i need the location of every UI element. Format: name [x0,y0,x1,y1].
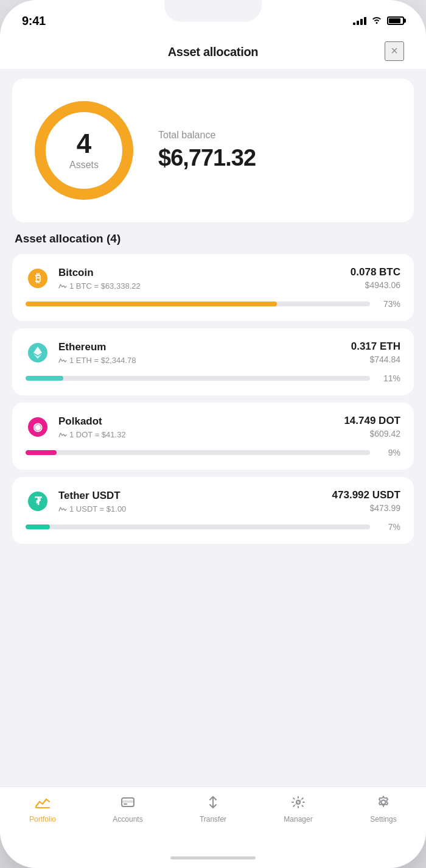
status-icons [353,15,404,26]
asset-value-ethereum: $744.84 [351,355,400,364]
asset-name-ethereum: Ethereum [58,340,136,354]
accounts-label: Accounts [113,815,142,824]
transfer-label: Transfer [200,815,226,824]
asset-name-polkadot: Polkadot [58,415,126,428]
asset-right-tether: 473.992 USDT $473.99 [332,489,400,513]
main-content: 4 Assets Total balance $6,771.32 Asset a… [0,69,426,868]
battery-fill [389,18,400,23]
asset-icon-bitcoin: ₿ [26,266,50,291]
asset-value-tether: $473.99 [332,503,400,513]
asset-name-group-tether: Tether USDT 1 USDT = $1.00 [58,489,126,513]
asset-rate-polkadot: 1 DOT = $41.32 [58,430,126,439]
asset-list-header: Asset allocation (4) [12,232,414,245]
signal-bars-icon [353,16,366,25]
asset-right-polkadot: 14.749 DOT $609.42 [344,415,400,439]
asset-right-ethereum: 0.317 ETH $744.84 [351,340,400,364]
asset-amount-tether: 473.992 USDT [332,489,400,501]
progress-bar-bg-polkadot [26,450,370,455]
asset-row-ethereum: Ethereum 1 ETH = $2,344.78 0.317 ETH $74… [26,340,400,365]
progress-bar-fill-tether [26,524,50,529]
asset-name-group-polkadot: Polkadot 1 DOT = $41.32 [58,415,126,439]
asset-card-bitcoin: ₿ Bitcoin 1 BTC = $63,338.22 0.078 BTC [12,254,414,321]
asset-value-polkadot: $609.42 [344,429,400,439]
asset-rate-ethereum: 1 ETH = $2,344.78 [58,356,136,365]
asset-rate-bitcoin: 1 BTC = $63,338.22 [58,281,141,291]
nav-item-settings[interactable]: Settings [341,796,426,824]
nav-item-manager[interactable]: Manager [256,796,341,824]
asset-right-bitcoin: 0.078 BTC $4943.06 [351,266,400,290]
svg-point-21 [382,800,386,805]
balance-amount: $6,771.32 [158,146,397,171]
asset-icon-ethereum [26,340,50,365]
page-title: Asset allocation [168,45,259,59]
asset-rate-text-ethereum: 1 ETH = $2,344.78 [69,356,136,365]
status-time: 9:41 [22,14,46,28]
asset-left-bitcoin: ₿ Bitcoin 1 BTC = $63,338.22 [26,266,141,291]
notch [164,0,262,22]
balance-info: Total balance $6,771.32 [158,130,397,171]
progress-pct-ethereum: 11% [379,373,400,383]
chart-section: 4 Assets Total balance $6,771.32 [12,79,414,222]
signal-bar-1 [353,23,355,25]
progress-bar-bg-ethereum [26,376,370,381]
signal-bar-3 [360,19,363,25]
manager-label: Manager [284,815,312,824]
progress-row-tether: 7% [26,522,400,532]
battery-icon [387,16,404,25]
asset-rate-text-polkadot: 1 DOT = $41.32 [69,430,126,439]
nav-item-transfer[interactable]: Transfer [170,796,256,824]
progress-pct-tether: 7% [379,522,400,532]
signal-bar-2 [357,21,359,25]
asset-icon-tether: ₮ [26,489,50,513]
asset-rate-text-bitcoin: 1 BTC = $63,338.22 [69,281,141,291]
nav-item-portfolio[interactable]: Portfolio [0,796,85,824]
wifi-icon [371,15,382,26]
manager-icon [291,796,306,811]
asset-card-tether: ₮ Tether USDT 1 USDT = $1.00 473.992 USD [12,477,414,544]
svg-text:◉: ◉ [33,421,43,433]
asset-left-polkadot: ◉ Polkadot 1 DOT = $41.32 [26,415,126,439]
asset-rate-text-tether: 1 USDT = $1.00 [69,504,126,513]
asset-list-section: Asset allocation (4) ₿ Bitcoin [0,232,426,561]
signal-bar-4 [364,17,366,25]
scroll-area: 4 Assets Total balance $6,771.32 Asset a… [0,69,426,786]
svg-text:₿: ₿ [35,272,41,284]
asset-rate-tether: 1 USDT = $1.00 [58,504,126,513]
wave-icon [58,432,67,438]
progress-bar-fill-ethereum [26,376,63,381]
bottom-nav: Portfolio Accounts [0,786,426,847]
progress-row-bitcoin: 73% [26,299,400,309]
wave-icon [58,358,67,364]
asset-amount-polkadot: 14.749 DOT [344,415,400,427]
asset-row-polkadot: ◉ Polkadot 1 DOT = $41.32 14.749 DOT [26,415,400,439]
asset-value-bitcoin: $4943.06 [351,280,400,290]
asset-name-bitcoin: Bitcoin [58,266,141,280]
portfolio-icon [35,796,51,811]
nav-item-accounts[interactable]: Accounts [85,796,170,824]
progress-bar-bg-bitcoin [26,302,370,306]
close-button[interactable]: × [385,41,404,61]
asset-row-bitcoin: ₿ Bitcoin 1 BTC = $63,338.22 0.078 BTC [26,266,400,291]
home-indicator [0,847,426,868]
progress-pct-polkadot: 9% [379,448,400,457]
progress-bar-bg-tether [26,524,370,529]
asset-icon-polkadot: ◉ [26,415,50,439]
asset-card-ethereum: Ethereum 1 ETH = $2,344.78 0.317 ETH $74… [12,328,414,395]
progress-bar-fill-bitcoin [26,302,277,306]
wave-icon [58,283,67,289]
phone-frame: 9:41 Asset allocatio [0,0,426,868]
progress-row-polkadot: 9% [26,448,400,457]
balance-label: Total balance [158,130,397,141]
asset-left-tether: ₮ Tether USDT 1 USDT = $1.00 [26,489,126,513]
wave-icon [58,506,67,512]
asset-left-ethereum: Ethereum 1 ETH = $2,344.78 [26,340,136,365]
accounts-icon [120,796,135,811]
asset-name-group-ethereum: Ethereum 1 ETH = $2,344.78 [58,340,136,365]
svg-rect-16 [122,800,134,803]
progress-row-ethereum: 11% [26,373,400,383]
asset-name-group-bitcoin: Bitcoin 1 BTC = $63,338.22 [58,266,141,291]
transfer-icon [206,796,220,811]
progress-bar-fill-polkadot [26,450,57,455]
asset-row-tether: ₮ Tether USDT 1 USDT = $1.00 473.992 USD [26,489,400,513]
donut-center: 4 Assets [69,130,99,171]
